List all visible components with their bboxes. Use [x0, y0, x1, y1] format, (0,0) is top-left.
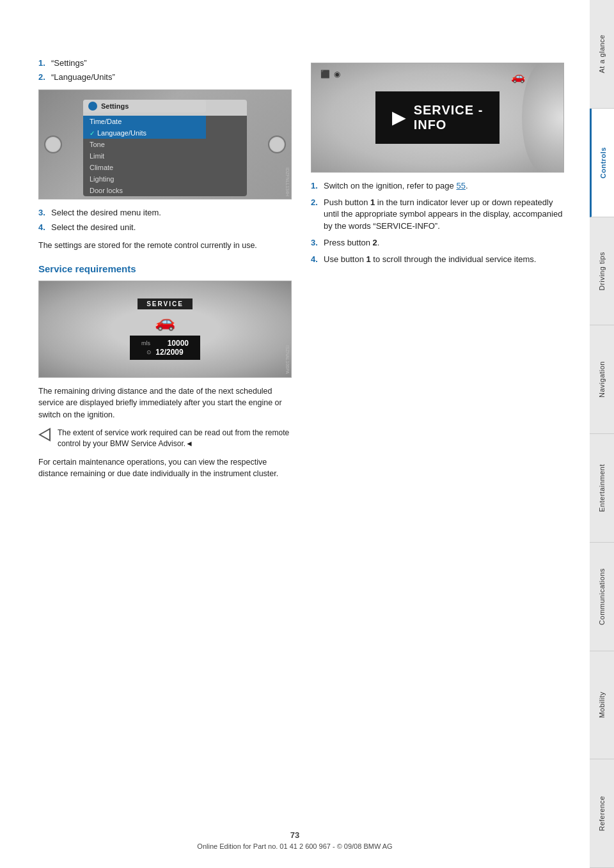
service-data-box: mls 10000 ⊙ 12/2009: [130, 336, 200, 360]
menu-language-units: ✓ Language/Units: [83, 127, 206, 139]
top-steps-list: 1. “Settings” 2. “Language/Units”: [38, 58, 292, 83]
menu-climate: Climate: [83, 162, 206, 173]
service-car-icon: 🚗: [155, 312, 175, 332]
sidebar-tab-at-a-glance[interactable]: At a glance: [590, 0, 614, 109]
sidebar-tab-reference[interactable]: Reference: [590, 759, 614, 868]
menu-lighting: Lighting: [83, 173, 206, 185]
right-knob: [268, 136, 286, 153]
svg-marker-0: [40, 429, 50, 440]
sidebar-tab-mobility[interactable]: Mobility: [590, 651, 614, 760]
right-steps-list: 1. Switch on the ignition, refer to page…: [311, 180, 564, 265]
menu-limit: Limit: [83, 150, 206, 162]
service-info-text: SERVICE - INFO: [414, 103, 484, 132]
note-triangle-icon: [38, 428, 52, 442]
sidebar: At a glance Controls Driving tips Naviga…: [590, 0, 614, 868]
sidebar-tab-controls[interactable]: Controls: [590, 109, 614, 217]
left-column: 1. “Settings” 2. “Language/Units”: [38, 58, 292, 485]
footer-text: Online Edition for Part no. 01 41 2 600 …: [197, 842, 392, 850]
right-step-2: 2. Push button 1 in the turn indicator l…: [311, 197, 564, 232]
right-step-4: 4. Use button 1 to scroll through the in…: [311, 254, 564, 265]
sidebar-tab-entertainment[interactable]: Entertainment: [590, 434, 614, 543]
para-settings-stored: The settings are stored for the remote c…: [38, 240, 292, 252]
settings-screenshot: Settings Time/Date ✓ Language/Units Tone…: [38, 89, 292, 199]
page-footer: 73 Online Edition for Part no. 01 41 2 6…: [0, 830, 590, 850]
right-step-3: 3. Press button 2.: [311, 237, 564, 249]
service-info-panel: ▶ SERVICE - INFO: [375, 91, 500, 144]
step-3: 3. Select the desired menu item.: [38, 207, 292, 219]
main-content: 1. “Settings” 2. “Language/Units”: [0, 0, 590, 868]
two-column-layout: 1. “Settings” 2. “Language/Units”: [38, 58, 564, 485]
settings-screen: Settings Time/Date ✓ Language/Units Tone…: [39, 90, 291, 199]
step-4: 4. Select the desired unit.: [38, 222, 292, 233]
sidebar-tab-navigation[interactable]: Navigation: [590, 325, 614, 434]
service-label: SERVICE: [138, 298, 193, 309]
speedometer-arc: [522, 63, 563, 172]
settings-header: Settings: [83, 100, 206, 112]
bottom-steps-list: 3. Select the desired menu item. 4. Sele…: [38, 207, 292, 233]
service-info-arrow: ▶: [392, 108, 405, 128]
step-1: 1. “Settings”: [38, 58, 292, 69]
menu-tone: Tone: [83, 139, 206, 150]
section-heading-service: Service requirements: [38, 263, 292, 274]
note-text: The extent of service work required can …: [58, 428, 292, 450]
menu-time-date: Time/Date: [83, 116, 206, 127]
step-2: 2. “Language/Units”: [38, 72, 292, 83]
note-box: The extent of service work required can …: [38, 428, 292, 450]
service-screen: SERVICE 🚗 mls 10000 ⊙ 12/2009: [39, 281, 291, 377]
right-column: ⬛ ◉ 🚗 ▶ SERVICE - INFO: [311, 58, 564, 485]
sidebar-tab-communications[interactable]: Communications: [590, 543, 614, 651]
service-info-screen: ⬛ ◉ 🚗 ▶ SERVICE - INFO: [311, 63, 563, 172]
menu-door-locks: Door locks: [83, 185, 206, 196]
left-knob: [44, 136, 62, 153]
right-step-1: 1. Switch on the ignition, refer to page…: [311, 180, 564, 192]
para-maintenance: For certain maintenance operations, you …: [38, 456, 292, 481]
para-service-display: The remaining driving distance and the d…: [38, 385, 292, 421]
sidebar-tab-driving-tips[interactable]: Driving tips: [590, 217, 614, 326]
settings-icon: [88, 102, 97, 111]
page-number: 73: [0, 830, 590, 840]
top-icons-row: ⬛ ◉: [320, 70, 340, 79]
service-screenshot: SERVICE 🚗 mls 10000 ⊙ 12/2009: [38, 281, 292, 378]
top-car-icon: 🚗: [511, 70, 525, 84]
service-info-screenshot: ⬛ ◉ 🚗 ▶ SERVICE - INFO: [311, 63, 564, 173]
